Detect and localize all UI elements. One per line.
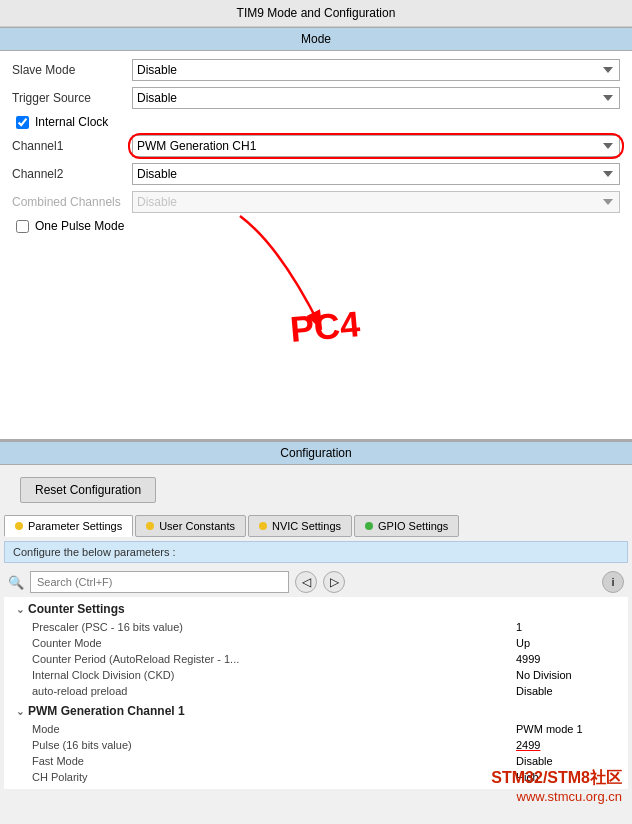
pwm-item-0: Mode PWM mode 1 [12, 721, 620, 737]
pwm-channel1-header[interactable]: ⌄ PWM Generation Channel 1 [12, 701, 620, 721]
tab-dot-nvic [259, 522, 267, 530]
pwm-item-value-0: PWM mode 1 [516, 723, 616, 735]
one-pulse-row: One Pulse Mode [12, 219, 620, 233]
trigger-source-label: Trigger Source [12, 91, 132, 105]
pwm-item-3: CH Polarity High [12, 769, 620, 785]
pwm-chevron: ⌄ [16, 706, 24, 717]
slave-mode-select[interactable]: Disable [132, 59, 620, 81]
pc4-annotation: PC4 [288, 303, 361, 351]
configure-text: Configure the below parameters : [4, 541, 628, 563]
config-section-header: Configuration [0, 441, 632, 465]
channel2-label: Channel2 [12, 167, 132, 181]
slave-mode-label: Slave Mode [12, 63, 132, 77]
config-section: Configuration Reset Configuration Parame… [0, 441, 632, 789]
counter-item-value-2: 4999 [516, 653, 616, 665]
search-icon: 🔍 [8, 575, 24, 590]
info-button[interactable]: i [602, 571, 624, 593]
channel2-row: Channel2 Disable [12, 163, 620, 185]
tab-dot-param [15, 522, 23, 530]
one-pulse-label: One Pulse Mode [35, 219, 124, 233]
combined-channels-label: Combined Channels [12, 195, 132, 209]
counter-item-value-3: No Division [516, 669, 616, 681]
counter-item-label-2: Counter Period (AutoReload Register - 1.… [32, 653, 516, 665]
nav-prev-button[interactable]: ◁ [295, 571, 317, 593]
pwm-item-2: Fast Mode Disable [12, 753, 620, 769]
channel1-select[interactable]: PWM Generation CH1 [132, 135, 620, 157]
window-title: TIM9 Mode and Configuration [0, 0, 632, 27]
tab-dot-user [146, 522, 154, 530]
tab-label-param: Parameter Settings [28, 520, 122, 532]
pwm-item-value-2: Disable [516, 755, 616, 767]
counter-item-label-3: Internal Clock Division (CKD) [32, 669, 516, 681]
reset-config-button[interactable]: Reset Configuration [20, 477, 156, 503]
internal-clock-checkbox[interactable] [16, 116, 29, 129]
params-tree: ⌄ Counter Settings Prescaler (PSC - 16 b… [4, 597, 628, 789]
trigger-source-row: Trigger Source Disable [12, 87, 620, 109]
channel1-row: Channel1 PWM Generation CH1 [12, 135, 620, 157]
search-row: 🔍 ◁ ▷ i [0, 567, 632, 597]
counter-item-label-0: Prescaler (PSC - 16 bits value) [32, 621, 516, 633]
tab-label-user: User Constants [159, 520, 235, 532]
combined-channels-select: Disable [132, 191, 620, 213]
counter-item-3: Internal Clock Division (CKD) No Divisio… [12, 667, 620, 683]
tab-gpio-settings[interactable]: GPIO Settings [354, 515, 459, 537]
counter-item-value-4: Disable [516, 685, 616, 697]
counter-chevron: ⌄ [16, 604, 24, 615]
counter-item-0: Prescaler (PSC - 16 bits value) 1 [12, 619, 620, 635]
tab-nvic-settings[interactable]: NVIC Settings [248, 515, 352, 537]
counter-item-4: auto-reload preload Disable [12, 683, 620, 699]
one-pulse-checkbox[interactable] [16, 220, 29, 233]
pwm-item-1: Pulse (16 bits value) 2499 [12, 737, 620, 753]
pwm-item-value-1: 2499 [516, 739, 616, 751]
channel2-select[interactable]: Disable [132, 163, 620, 185]
pwm-item-label-1: Pulse (16 bits value) [32, 739, 516, 751]
pwm-item-label-3: CH Polarity [32, 771, 516, 783]
combined-channels-row: Combined Channels Disable [12, 191, 620, 213]
mode-section-header: Mode [0, 27, 632, 51]
counter-item-label-4: auto-reload preload [32, 685, 516, 697]
watermark-line2: www.stmcu.org.cn [491, 789, 622, 804]
pwm-item-label-0: Mode [32, 723, 516, 735]
tab-user-constants[interactable]: User Constants [135, 515, 246, 537]
tab-label-nvic: NVIC Settings [272, 520, 341, 532]
counter-item-2: Counter Period (AutoReload Register - 1.… [12, 651, 620, 667]
pwm-item-label-2: Fast Mode [32, 755, 516, 767]
search-input[interactable] [30, 571, 289, 593]
counter-item-label-1: Counter Mode [32, 637, 516, 649]
internal-clock-label: Internal Clock [35, 115, 108, 129]
counter-item-value-1: Up [516, 637, 616, 649]
mode-section: Slave Mode Disable Trigger Source Disabl… [0, 51, 632, 441]
counter-settings-group: ⌄ Counter Settings Prescaler (PSC - 16 b… [12, 599, 620, 699]
tab-dot-gpio [365, 522, 373, 530]
counter-settings-label: Counter Settings [28, 602, 125, 616]
slave-mode-row: Slave Mode Disable [12, 59, 620, 81]
counter-settings-header[interactable]: ⌄ Counter Settings [12, 599, 620, 619]
tab-parameter-settings[interactable]: Parameter Settings [4, 515, 133, 537]
pwm-item-value-3: High [516, 771, 616, 783]
counter-item-1: Counter Mode Up [12, 635, 620, 651]
internal-clock-row: Internal Clock [12, 115, 620, 129]
nav-next-button[interactable]: ▷ [323, 571, 345, 593]
pwm-channel1-group: ⌄ PWM Generation Channel 1 Mode PWM mode… [12, 701, 620, 785]
tabs-row: Parameter Settings User Constants NVIC S… [4, 515, 628, 537]
tab-label-gpio: GPIO Settings [378, 520, 448, 532]
trigger-source-select[interactable]: Disable [132, 87, 620, 109]
counter-item-value-0: 1 [516, 621, 616, 633]
pwm-channel1-label: PWM Generation Channel 1 [28, 704, 185, 718]
channel1-label: Channel1 [12, 139, 132, 153]
